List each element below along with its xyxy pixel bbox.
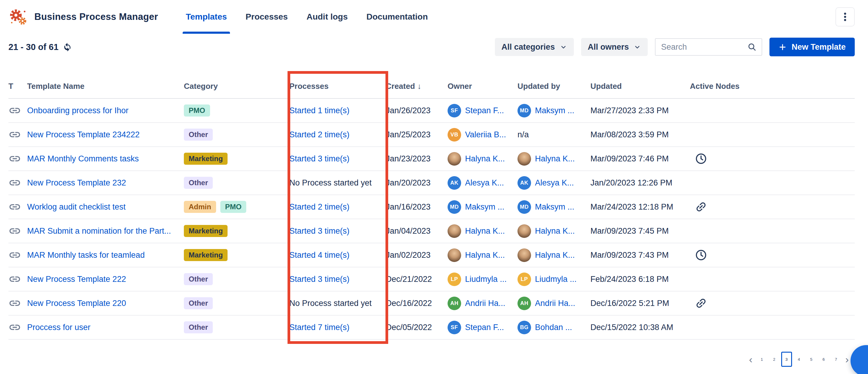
tab-templates[interactable]: Templates — [184, 0, 228, 34]
template-name-link[interactable]: New Process Template 222 — [27, 275, 179, 284]
updated-by-name-link[interactable]: Liudmyla ... — [535, 275, 577, 284]
updated-by-avatar[interactable]: LP — [518, 273, 531, 286]
toolbar-controls: All categories All owners New Template — [495, 38, 855, 56]
category-badge-marketing: Marketing — [184, 225, 227, 237]
owner-name-link[interactable]: Halyna K... — [465, 227, 505, 236]
updated-cell: Jan/20/2023 12:26 PM — [590, 178, 690, 188]
table-body: Onboarding process for IhorPMOStarted 1 … — [8, 99, 855, 340]
processes-count-link[interactable]: Started 3 time(s) — [289, 154, 350, 163]
tab-audit-logs[interactable]: Audit logs — [305, 0, 349, 34]
prev-page-button[interactable]: ‹ — [747, 353, 755, 365]
column-header-created[interactable]: Created↓ — [386, 81, 447, 91]
page-button-1[interactable]: 1 — [756, 352, 767, 367]
owner-name-link[interactable]: Alesya K... — [465, 178, 504, 188]
chevron-down-icon — [560, 43, 567, 51]
page-button-3[interactable]: 3 — [781, 352, 792, 367]
updated-by-name-link[interactable]: Maksym ... — [535, 106, 575, 115]
template-name-link[interactable]: MAR Monthly tasks for teamlead — [27, 250, 179, 260]
page-button-5[interactable]: 5 — [806, 352, 817, 367]
owner-name-link[interactable]: Maksym ... — [465, 202, 504, 212]
column-header-updated-by[interactable]: Updated by — [518, 81, 590, 91]
table-header-row: TTemplate NameCategoryProcessesCreated↓O… — [8, 74, 855, 99]
owner-name-link[interactable]: Andrii Ha... — [465, 299, 505, 308]
updated-by-avatar[interactable]: MD — [518, 104, 531, 117]
processes-count-link[interactable]: Started 1 time(s) — [289, 106, 350, 115]
owner-name-link[interactable]: Stepan F... — [465, 106, 504, 115]
template-name-link[interactable]: MAR Monthly Comments tasks — [27, 154, 179, 164]
refresh-icon[interactable] — [63, 42, 72, 52]
search-input[interactable] — [660, 42, 747, 52]
help-fab-button[interactable] — [850, 345, 868, 374]
owner-avatar[interactable]: MD — [447, 200, 461, 214]
owner-name-link[interactable]: Halyna K... — [465, 154, 505, 164]
table-row: New Process Template 220OtherNo Process … — [8, 292, 855, 315]
page-button-6[interactable]: 6 — [818, 352, 829, 367]
template-name-link[interactable]: Worklog audit checklist test — [27, 202, 179, 212]
processes-count-link[interactable]: Started 2 time(s) — [289, 130, 350, 139]
owner-name-link[interactable]: Liudmyla ... — [465, 275, 507, 284]
owner-avatar[interactable]: SF — [447, 321, 461, 334]
updated-by-avatar[interactable] — [518, 248, 531, 262]
template-name-link[interactable]: New Process Template 234222 — [27, 130, 179, 139]
new-template-button[interactable]: New Template — [770, 38, 855, 56]
owner-avatar[interactable]: AH — [447, 297, 461, 310]
owner-avatar[interactable]: SF — [447, 104, 461, 117]
page-button-4[interactable]: 4 — [794, 352, 804, 367]
owner-avatar[interactable] — [447, 248, 461, 262]
created-cell: Dec/05/2022 — [386, 323, 447, 332]
process-template-icon — [8, 152, 21, 165]
brand: Business Process Manager — [8, 0, 158, 34]
tab-processes[interactable]: Processes — [244, 0, 289, 34]
column-header-owner[interactable]: Owner — [447, 81, 518, 91]
template-name-link[interactable]: New Process Template 220 — [27, 299, 179, 308]
owner-avatar[interactable] — [447, 224, 461, 238]
owner-name-link[interactable]: Valeriia B... — [465, 130, 506, 139]
template-name-link[interactable]: MAR Submit a nomination for the Part... — [27, 227, 179, 236]
updated-by-avatar[interactable] — [518, 224, 531, 238]
updated-by-avatar[interactable]: AH — [518, 297, 531, 310]
categories-filter-dropdown[interactable]: All categories — [495, 38, 574, 56]
updated-by-cell: n/a — [518, 130, 590, 139]
template-type-cell — [8, 273, 27, 285]
process-template-icon — [8, 321, 21, 334]
updated-by-avatar[interactable]: BG — [518, 321, 531, 334]
column-header-updated[interactable]: Updated — [590, 81, 690, 91]
updated-by-name-link[interactable]: Halyna K... — [535, 227, 575, 236]
updated-by-name-link[interactable]: Halyna K... — [535, 250, 575, 260]
template-name-link[interactable]: Onboarding process for Ihor — [27, 106, 179, 115]
next-page-button[interactable]: › — [843, 353, 851, 365]
owner-name-link[interactable]: Halyna K... — [465, 250, 505, 260]
template-name-link[interactable]: Proccess for user — [27, 323, 179, 332]
processes-count-link[interactable]: Started 2 time(s) — [289, 202, 350, 211]
processes-count-link[interactable]: Started 4 time(s) — [289, 250, 350, 260]
page-button-2[interactable]: 2 — [769, 352, 780, 367]
tab-documentation[interactable]: Documentation — [365, 0, 429, 34]
owner-name-link[interactable]: Stepan F... — [465, 323, 504, 332]
updated-by-name-link[interactable]: Maksym ... — [535, 202, 575, 212]
updated-by-name-link[interactable]: Alesya K... — [535, 178, 574, 188]
owner-avatar[interactable] — [447, 152, 461, 166]
updated-by-avatar[interactable]: AK — [518, 176, 531, 190]
processes-count-link[interactable]: Started 7 time(s) — [289, 323, 350, 332]
updated-by-name-link[interactable]: Halyna K... — [535, 154, 575, 164]
column-header-template-name[interactable]: Template Name — [27, 81, 184, 91]
more-menu-button[interactable] — [835, 7, 855, 27]
page-button-7[interactable]: 7 — [831, 352, 841, 367]
processes-count-link[interactable]: Started 3 time(s) — [289, 227, 350, 236]
updated-by-avatar[interactable] — [518, 152, 531, 166]
updated-by-avatar[interactable]: MD — [518, 200, 531, 214]
search-icon[interactable] — [747, 42, 757, 52]
updated-cell: Dec/16/2022 5:21 PM — [590, 299, 690, 308]
column-header-processes[interactable]: Processes — [289, 81, 386, 91]
owner-avatar[interactable]: AK — [447, 176, 461, 190]
updated-by-name-link[interactable]: Andrii Ha... — [535, 299, 575, 308]
owners-filter-dropdown[interactable]: All owners — [581, 38, 648, 56]
process-template-icon — [8, 176, 21, 189]
template-name-cell: New Process Template 220 — [27, 299, 184, 308]
owner-avatar[interactable]: LP — [447, 273, 461, 286]
updated-by-name-link[interactable]: Bohdan ... — [535, 323, 572, 332]
processes-count-link[interactable]: Started 3 time(s) — [289, 275, 350, 284]
owner-avatar[interactable]: VB — [447, 128, 461, 141]
template-name-link[interactable]: New Process Template 232 — [27, 178, 179, 188]
column-header-category[interactable]: Category — [184, 81, 289, 91]
